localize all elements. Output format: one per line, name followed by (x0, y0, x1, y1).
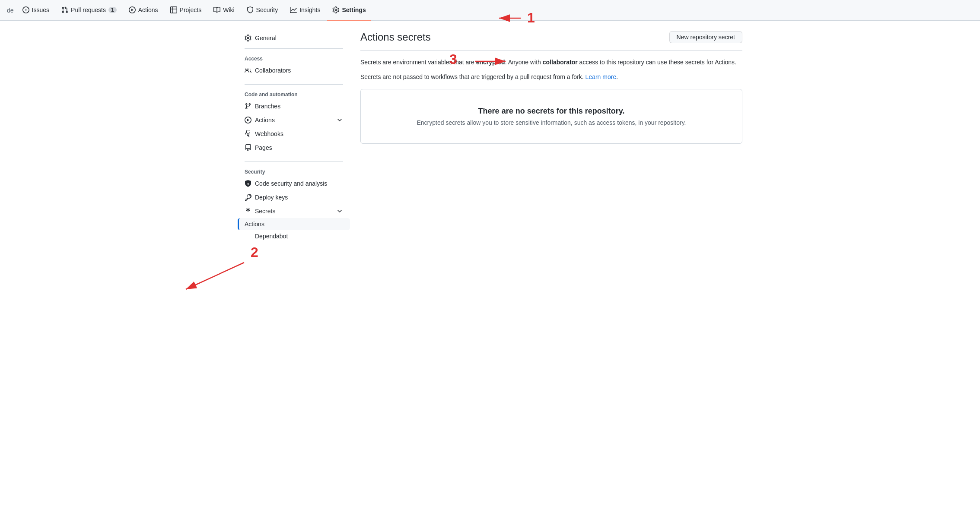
page-title: Actions secrets (360, 31, 431, 43)
desc1-bold1: encrypted (476, 59, 505, 66)
git-pull-request-icon (61, 6, 68, 13)
sidebar-item-secrets[interactable]: Secrets (238, 204, 350, 218)
sidebar-subitem-dependabot-secrets[interactable]: Dependabot (238, 230, 350, 242)
circle-dot-icon (22, 6, 29, 13)
new-repository-secret-button[interactable]: New repository secret (669, 31, 742, 43)
asterisk-icon (245, 208, 251, 215)
sidebar-subitem-actions-secrets[interactable]: Actions (238, 218, 350, 230)
sidebar-item-code-security[interactable]: Code security and analysis (238, 177, 350, 190)
main-content: Actions secrets New repository secret Se… (360, 31, 742, 249)
sidebar-item-pages[interactable]: Pages (238, 141, 350, 155)
empty-secrets-box: There are no secrets for this repository… (360, 89, 742, 144)
shield-lock-icon (245, 180, 251, 187)
chevron-down-secrets-icon (336, 208, 343, 215)
deploy-keys-label: Deploy keys (255, 194, 288, 201)
sidebar-item-actions[interactable]: Actions (238, 113, 350, 127)
nav-issues[interactable]: Issues (17, 0, 54, 21)
branches-label: Branches (255, 103, 280, 110)
gear-icon (332, 6, 339, 13)
empty-box-subtitle: Encrypted secrets allow you to store sen… (371, 119, 732, 126)
code-section-label: Code and automation (238, 88, 350, 99)
main-layout: General Access Collaborators Code and au… (231, 21, 749, 260)
desc1-mid: . Anyone with (505, 59, 543, 66)
sidebar-general-label: General (255, 35, 277, 41)
nav-pr-label: Pull requests (71, 6, 106, 13)
play-circle-icon (129, 6, 136, 13)
people-icon (245, 67, 251, 74)
sidebar-divider-1 (245, 48, 343, 49)
nav-projects-label: Projects (180, 6, 202, 13)
sidebar-item-collaborators[interactable]: Collaborators (238, 63, 350, 77)
graph-icon (290, 6, 297, 13)
sidebar-item-general[interactable]: General (238, 31, 350, 45)
page-header: Actions secrets New repository secret (360, 31, 742, 51)
table-icon (170, 6, 177, 13)
nav-security-label: Security (256, 6, 278, 13)
desc1-bold2: collaborator (543, 59, 578, 66)
description-2: Secrets are not passed to workflows that… (360, 72, 742, 82)
nav-pull-requests[interactable]: Pull requests 1 (56, 0, 122, 21)
desc2-pre: Secrets are not passed to workflows that… (360, 73, 585, 80)
sidebar-section-security: Security Code security and analysis Depl… (238, 165, 350, 242)
nav-issues-label: Issues (32, 6, 49, 13)
pr-badge: 1 (108, 7, 117, 13)
sidebar-divider-2 (245, 84, 343, 85)
webhooks-label: Webhooks (255, 130, 283, 137)
nav-security[interactable]: Security (242, 0, 283, 21)
sidebar-section-code: Code and automation Branches Actions Web… (238, 88, 350, 155)
nav-settings[interactable]: Settings (327, 0, 371, 21)
code-security-label: Code security and analysis (255, 180, 327, 187)
key-icon (245, 194, 251, 201)
branch-icon (245, 103, 251, 110)
actions-label: Actions (255, 117, 275, 123)
dependabot-secrets-label: Dependabot (255, 233, 288, 240)
webhook-icon (245, 130, 251, 137)
sidebar: General Access Collaborators Code and au… (238, 31, 350, 249)
sidebar-section-access: Access Collaborators (238, 52, 350, 77)
sidebar-item-webhooks[interactable]: Webhooks (238, 127, 350, 141)
nav-actions-label: Actions (138, 6, 158, 13)
actions-icon (245, 117, 251, 123)
nav-truncated: de (7, 7, 14, 14)
security-section-label: Security (238, 165, 350, 177)
nav-projects[interactable]: Projects (165, 0, 207, 21)
learn-more-link[interactable]: Learn more (585, 73, 617, 80)
empty-box-title: There are no secrets for this repository… (371, 107, 732, 116)
book-icon (213, 6, 220, 13)
nav-wiki[interactable]: Wiki (208, 0, 239, 21)
pages-icon (245, 144, 251, 151)
nav-insights-label: Insights (299, 6, 320, 13)
collaborators-label: Collaborators (255, 67, 291, 74)
chevron-down-icon (336, 117, 343, 123)
desc2-post: . (616, 73, 618, 80)
sidebar-divider-3 (245, 161, 343, 162)
shield-icon (247, 6, 254, 13)
nav-insights[interactable]: Insights (285, 0, 325, 21)
secrets-label: Secrets (255, 208, 275, 215)
nav-settings-label: Settings (342, 6, 366, 13)
access-section-label: Access (238, 52, 350, 63)
desc1-pre: Secrets are environment variables that a… (360, 59, 476, 66)
nav-actions[interactable]: Actions (124, 0, 163, 21)
top-navigation: de Issues Pull requests 1 Actions Projec… (0, 0, 980, 21)
description-1: Secrets are environment variables that a… (360, 57, 742, 67)
sidebar-item-deploy-keys[interactable]: Deploy keys (238, 190, 350, 204)
pages-label: Pages (255, 144, 272, 151)
desc1-post: access to this repository can use these … (578, 59, 736, 66)
actions-secrets-label: Actions (245, 221, 264, 228)
sidebar-item-branches[interactable]: Branches (238, 99, 350, 113)
nav-wiki-label: Wiki (223, 6, 234, 13)
gear-small-icon (245, 35, 251, 41)
